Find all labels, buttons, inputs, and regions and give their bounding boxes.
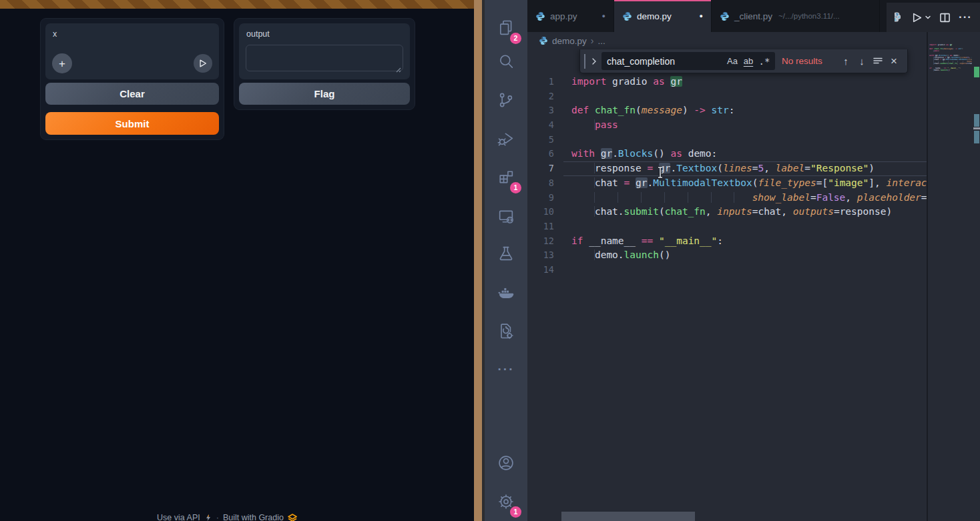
input-label: x: [53, 29, 57, 39]
built-with-gradio-link[interactable]: Built with Gradio: [223, 513, 284, 521]
code-line[interactable]: 11: [527, 219, 927, 234]
settings-gear-icon[interactable]: 1: [485, 487, 527, 516]
line-number: 2: [527, 89, 554, 104]
docker-icon[interactable]: [485, 278, 527, 307]
tab-demo-py[interactable]: demo.py ●: [614, 0, 712, 32]
output-textbox-block: output: [239, 23, 410, 79]
editor-group: app.py ● demo.py ● _client.py ~/.../pyth…: [527, 0, 980, 521]
code-line[interactable]: 13 demo.launch(): [527, 248, 927, 263]
output-label: output: [246, 29, 270, 39]
line-number: 11: [527, 219, 554, 234]
chevron-down-icon: [925, 14, 931, 21]
explorer-badge: 2: [510, 33, 521, 44]
modified-dot-icon[interactable]: ●: [700, 13, 703, 19]
previous-match-icon[interactable]: ↑: [838, 55, 854, 67]
code-line[interactable]: 1import gradio as gr: [527, 75, 927, 89]
play-icon: [911, 12, 923, 23]
plus-icon: +: [59, 58, 65, 69]
code-line[interactable]: 4 pass: [527, 118, 927, 133]
line-number: 10: [527, 205, 554, 219]
mouse-cursor-ibeam: [656, 166, 664, 179]
run-python-file-button[interactable]: [911, 12, 931, 23]
use-via-api-link[interactable]: Use via API: [157, 513, 200, 521]
source-control-icon[interactable]: [485, 85, 527, 115]
line-number: 4: [527, 118, 554, 133]
line-number: 8: [527, 176, 554, 191]
breadcrumb-file[interactable]: demo.py: [552, 36, 587, 46]
window-divider: [474, 0, 482, 521]
remote-explorer-icon[interactable]: [485, 201, 527, 231]
file-gear-icon[interactable]: [485, 316, 527, 346]
account-icon[interactable]: [485, 448, 527, 478]
code-line[interactable]: 3def chat_fn(message) -> str:: [527, 103, 927, 118]
tab-label: demo.py: [637, 11, 672, 21]
code-line[interactable]: 10 chat.submit(chat_fn, inputs=chat, out…: [527, 205, 927, 219]
more-actions-icon[interactable]: ···: [959, 11, 972, 24]
overview-marker-cyan: [974, 131, 979, 143]
breadcrumb-symbol[interactable]: ...: [597, 36, 605, 46]
split-editor-icon[interactable]: [939, 12, 951, 23]
send-button[interactable]: [194, 54, 212, 73]
send-icon: [198, 59, 208, 68]
close-find-icon[interactable]: ×: [886, 55, 902, 68]
line-number: 1: [527, 75, 554, 89]
activity-bar: 2 1: [485, 0, 527, 521]
settings-badge: 1: [510, 506, 521, 518]
run-debug-icon[interactable]: [485, 124, 527, 153]
extensions-icon[interactable]: 1: [485, 163, 527, 192]
find-input-box: Aa ab .*: [601, 52, 775, 70]
code-line[interactable]: 14: [527, 263, 927, 278]
overview-tick: [973, 127, 980, 129]
whole-word-icon[interactable]: ab: [740, 56, 756, 66]
code-line[interactable]: 12if __name__ == "__main__":: [527, 234, 927, 249]
line-number: 13: [527, 248, 554, 263]
output-column: output Flag: [234, 18, 415, 110]
python-file-icon: [720, 11, 730, 21]
line-number: 3: [527, 103, 554, 118]
code-line[interactable]: 2: [527, 89, 927, 104]
extensions-badge: 1: [510, 182, 521, 193]
find-widget: Aa ab .* No results ↑ ↓ ×: [579, 49, 908, 73]
breadcrumb[interactable]: demo.py › ...: [527, 32, 980, 49]
minimap-separator: [927, 32, 928, 521]
gradio-footer: Use via API · Built with Gradio: [157, 513, 297, 521]
match-case-icon[interactable]: Aa: [724, 56, 740, 66]
minimap[interactable]: import gradio as grdef chat_fn(message) …: [929, 44, 972, 84]
find-input[interactable]: [607, 56, 724, 67]
regex-icon[interactable]: .*: [756, 56, 772, 67]
tab-bar: app.py ● demo.py ● _client.py ~/.../pyth…: [527, 0, 980, 32]
code-line[interactable]: 9 show_label=False, placeholder=: [527, 191, 927, 205]
line-number: 9: [527, 191, 554, 205]
modified-dot-icon[interactable]: ●: [602, 13, 605, 19]
minimap-line: [929, 71, 972, 73]
clipped-tab-python-icon[interactable]: [895, 12, 901, 23]
python-file-icon: [539, 36, 548, 45]
attach-file-button[interactable]: +: [52, 53, 72, 73]
explorer-icon[interactable]: 2: [485, 13, 527, 43]
find-widget-sash[interactable]: [584, 54, 585, 69]
overview-ruler[interactable]: [973, 32, 980, 521]
tab-app-py[interactable]: app.py ●: [527, 0, 614, 32]
line-number: 5: [527, 133, 554, 147]
editor-actions: ···: [887, 3, 980, 32]
toggle-replace-chevron-icon[interactable]: [589, 57, 599, 65]
more-views-icon[interactable]: ···: [485, 355, 527, 384]
horizontal-scrollbar[interactable]: [561, 512, 695, 521]
tab-client-py[interactable]: _client.py ~/.../python3.11/...: [712, 0, 880, 32]
flag-button[interactable]: Flag: [239, 83, 410, 105]
testing-beaker-icon[interactable]: [485, 239, 527, 268]
clear-button[interactable]: Clear: [45, 83, 219, 105]
code-line[interactable]: 5: [527, 133, 927, 147]
code-line[interactable]: 7 response = gr.Textbox(lines=5, label="…: [527, 161, 927, 176]
gradio-logo-icon: [288, 514, 297, 521]
find-in-selection-icon[interactable]: [870, 55, 886, 67]
code-line[interactable]: 8 chat = gr.MultimodalTextbox(file_types…: [527, 176, 927, 191]
next-match-icon[interactable]: ↓: [854, 55, 870, 67]
search-icon[interactable]: [485, 47, 527, 76]
multimodal-textbox[interactable]: x +: [45, 23, 219, 79]
submit-button[interactable]: Submit: [45, 112, 219, 135]
code-line[interactable]: 6with gr.Blocks() as demo:: [527, 147, 927, 161]
output-textarea[interactable]: [246, 45, 403, 71]
line-number: 12: [527, 234, 554, 249]
code-editor[interactable]: 1import gradio as gr23def chat_fn(messag…: [527, 75, 927, 278]
